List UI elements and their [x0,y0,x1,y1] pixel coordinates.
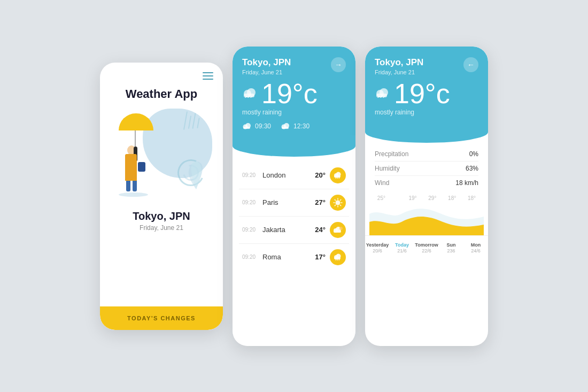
city-temp: 24° [315,226,326,234]
chart-temp-1: 25° [377,195,385,201]
wind-label: Wind [375,179,389,187]
day-mon[interactable]: Mon 24/6 [463,240,488,256]
header-location-info: Tokyo, JPN Friday, June 21 [242,57,291,75]
svg-line-25 [340,199,341,200]
screens-container: Weather App [79,30,509,362]
day-name-mon: Mon [471,242,481,248]
detail-main-temperature: 19°c [394,80,450,107]
svg-rect-33 [334,257,341,259]
city-row-roma[interactable]: 09:20 Roma 17° [239,244,349,271]
svg-line-16 [337,178,338,179]
svg-line-26 [335,205,335,205]
city-temp: 20° [315,171,326,179]
city-row-jakarta[interactable]: 09:20 Jakarta 24° [239,217,349,244]
header-wave [233,135,355,157]
screen-city-list: Tokyo, JPN Friday, June 21 → 19°c [233,47,355,346]
day-tomorrow[interactable]: Tomorrow 22/6 [414,240,439,256]
detail-header-wave [365,121,488,143]
svg-point-30 [339,227,343,230]
location-name: Tokyo, JPN [133,210,190,222]
detail-date: Friday, June 21 [375,69,423,75]
screen-welcome: Weather App [100,63,223,330]
temperature-chart: 25° 19° 29° 18° 18° [365,190,488,235]
chart-temp-6: 18° [468,195,476,201]
city-weather-icon [330,167,346,183]
city-name: London [259,171,315,179]
day-date-sun: 236 [447,248,455,253]
day-today[interactable]: Today 21/6 [390,240,414,256]
location-date: Friday, June 21 [140,224,183,232]
person-leg [126,181,130,191]
detail-weather-description: mostly raining [375,109,478,116]
temperature-row: 19°c [242,80,346,107]
chart-temp-3: 19° [408,195,416,201]
city-name: Paris [259,198,315,206]
rain-line [192,113,196,129]
app-title: Weather App [126,87,197,101]
svg-line-23 [335,199,335,200]
person-head [127,145,136,155]
day-selector-bar: Yesterday 20/6 Today 21/6 Tomorrow 22/6 … [365,235,488,261]
city-temp: 17° [315,253,326,261]
detail-weather-header: Tokyo, JPN Friday, June 21 ← 19°c [365,47,488,132]
city-weather-icon [330,195,346,211]
main-temperature: 19°c [261,80,318,107]
person-legs [126,181,153,191]
city-list: 09:20 London 20° 09:20 Paris [233,146,355,346]
wind-row: Wind 18 km/h [375,176,478,190]
detail-weather-icon-cloud [375,87,390,100]
humidity-value: 63% [466,165,478,172]
weather-icon-cloud [242,87,257,100]
next-arrow-button[interactable]: → [331,57,346,72]
detail-location-info: Tokyo, JPN Friday, June 21 [375,57,423,75]
city-row-london[interactable]: 09:20 London 20° [239,162,349,189]
hamburger-line [203,75,213,76]
svg-rect-11 [282,127,289,129]
city-weather-icon [330,222,346,238]
city-time: 09:20 [242,172,259,178]
city-weather-icon [330,249,346,265]
todays-changes-button[interactable]: TODAY'S CHANGES [100,306,223,330]
time-item-2: 12:30 [281,122,310,130]
city-time: 09:20 [242,199,259,205]
city-time: 09:20 [242,254,259,260]
city-name: Roma [259,253,315,261]
rain-decoration [185,111,199,130]
chart-temp-4: 29° [428,195,436,201]
back-arrow-button[interactable]: ← [463,57,478,72]
day-yesterday[interactable]: Yesterday 20/6 [365,240,390,256]
svg-rect-29 [334,230,341,233]
screen-detail: Tokyo, JPN Friday, June 21 ← 19°c [365,47,488,346]
precipitation-value: 0% [469,150,478,158]
svg-point-18 [336,200,341,205]
day-sun[interactable]: Sun 236 [439,240,463,256]
day-name-yesterday: Yesterday [366,242,389,248]
svg-line-17 [339,178,339,179]
svg-rect-14 [334,175,341,178]
hamburger-menu-icon[interactable] [203,72,213,80]
time-forecast-row: 09:30 12:30 [242,122,346,130]
wind-value: 18 km/h [455,179,478,187]
weather-illustration [111,103,212,205]
city-row-paris[interactable]: 09:20 Paris 27° [239,189,349,217]
header-top: Tokyo, JPN Friday, June 21 → [242,57,346,75]
city-time: 09:20 [242,227,259,233]
time-1: 09:30 [255,122,271,130]
weather-header: Tokyo, JPN Friday, June 21 → 19°c [233,47,355,146]
hamburger-line [203,79,213,80]
day-date-mon: 24/6 [471,248,481,253]
humidity-label: Humidity [375,165,400,172]
weather-description: mostly raining [242,109,346,116]
person-bag [138,162,145,172]
detail-temperature-row: 19°c [375,80,478,107]
header-date: Friday, June 21 [242,69,291,75]
svg-line-15 [336,178,336,179]
precipitation-row: Precpitation 0% [375,147,478,162]
header-city: Tokyo, JPN [242,57,291,68]
chart-temp-5: 18° [448,195,456,201]
plant-decoration [183,155,210,194]
chart-svg-container [369,203,484,235]
chart-temperature-labels: 25° 19° 29° 18° 18° [369,195,484,201]
screen1-header [100,63,223,80]
person-leg [133,181,137,191]
